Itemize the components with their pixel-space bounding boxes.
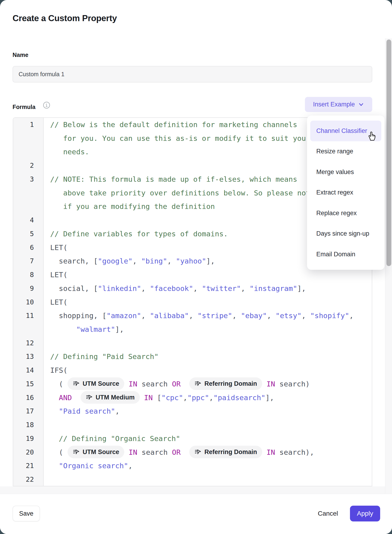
property-chip[interactable]: Referring Domain — [189, 377, 262, 390]
formula-label: Formula — [13, 104, 36, 110]
menu-item-replace-regex[interactable]: Replace regex — [307, 203, 385, 223]
line-number — [13, 145, 43, 159]
event-property-icon — [73, 380, 80, 387]
menu-item-extract-regex[interactable]: Extract regex — [307, 182, 385, 203]
code-line[interactable]: "walmart"], — [50, 322, 372, 336]
name-input[interactable] — [13, 66, 372, 82]
code-line[interactable] — [50, 473, 372, 486]
line-number: 4 — [13, 213, 43, 227]
line-number: 11 — [13, 309, 43, 322]
line-number: 18 — [13, 418, 43, 432]
line-number: 15 — [13, 377, 43, 391]
line-number: 9 — [13, 282, 43, 295]
line-number-gutter: 12345678910111213141516171819202122 — [13, 118, 44, 486]
chevron-down-icon — [358, 102, 364, 108]
code-line[interactable]: // Defining "Organic Search" — [50, 432, 372, 445]
line-number: 13 — [13, 350, 43, 364]
line-number: 17 — [13, 404, 43, 418]
code-line[interactable]: social, ["linkedin", "facebook", "twitte… — [50, 282, 372, 295]
line-number — [13, 200, 43, 213]
property-chip[interactable]: Referring Domain — [189, 446, 262, 458]
property-chip-label: Referring Domain — [204, 377, 257, 391]
code-line[interactable]: ( UTM Source IN search OR Referring Doma… — [50, 445, 372, 459]
line-number: 6 — [13, 241, 43, 255]
code-line[interactable]: "Organic search", — [50, 459, 372, 473]
line-number: 7 — [13, 254, 43, 268]
property-chip-label: UTM Source — [83, 445, 119, 459]
menu-item-days-since-sign-up[interactable]: Days since sign-up — [307, 223, 385, 244]
menu-item-resize-range[interactable]: Resize range — [307, 141, 385, 162]
code-line[interactable]: AND UTM Medium IN ["cpc","ppc","paidsear… — [50, 391, 372, 405]
code-line[interactable]: IFS( — [50, 364, 372, 377]
line-number: 20 — [13, 445, 43, 459]
line-number: 16 — [13, 391, 43, 405]
line-number: 3 — [13, 172, 43, 186]
horizontal-scroll-track — [0, 486, 392, 494]
code-line[interactable]: "Paid search", — [50, 404, 372, 418]
line-number: 12 — [13, 336, 43, 350]
line-number: 1 — [13, 118, 43, 132]
property-chip[interactable]: UTM Medium — [81, 391, 140, 404]
event-property-icon — [194, 449, 201, 455]
property-chip[interactable]: UTM Source — [68, 377, 125, 390]
property-chip-label: Referring Domain — [204, 445, 257, 459]
vertical-scrollbar-thumb[interactable] — [387, 39, 391, 266]
code-line[interactable] — [50, 336, 372, 350]
apply-button[interactable]: Apply — [350, 506, 380, 521]
event-property-icon — [194, 380, 201, 387]
event-property-icon — [86, 394, 93, 401]
code-line[interactable]: LET( — [50, 295, 372, 309]
line-number: 8 — [13, 268, 43, 282]
property-chip-label: UTM Source — [83, 377, 119, 391]
line-number: 2 — [13, 159, 43, 172]
create-custom-property-dialog: Create a Custom Property Name Formula i … — [0, 0, 392, 534]
property-chip-label: UTM Medium — [96, 391, 135, 404]
property-chip[interactable]: UTM Source — [68, 446, 125, 458]
menu-item-channel-classifier[interactable]: Channel Classifier — [310, 121, 381, 141]
name-label: Name — [13, 52, 28, 58]
save-button[interactable]: Save — [13, 506, 40, 521]
code-line[interactable]: LET( — [50, 268, 372, 282]
code-line[interactable]: ( UTM Source IN search OR Referring Doma… — [50, 377, 372, 391]
code-line[interactable]: // Defining "Paid Search" — [50, 350, 372, 364]
insert-example-button[interactable]: Insert Example — [305, 97, 372, 112]
cancel-button[interactable]: Cancel — [313, 506, 343, 521]
line-number: 22 — [13, 473, 43, 486]
info-icon[interactable]: i — [43, 102, 50, 109]
line-number — [13, 186, 43, 200]
code-line[interactable]: shopping, ["amazon", "alibaba", "stripe"… — [50, 309, 372, 322]
insert-example-dropdown-menu: Channel ClassifierResize rangeMerge valu… — [307, 115, 385, 270]
line-number: 14 — [13, 364, 43, 377]
line-number — [13, 132, 43, 145]
line-number: 21 — [13, 459, 43, 473]
page-title: Create a Custom Property — [13, 14, 117, 23]
line-number: 5 — [13, 227, 43, 241]
insert-example-label: Insert Example — [313, 101, 355, 108]
menu-item-merge-values[interactable]: Merge values — [307, 162, 385, 182]
code-line[interactable] — [50, 418, 372, 432]
event-property-icon — [73, 449, 80, 455]
menu-item-email-domain[interactable]: Email Domain — [307, 244, 385, 265]
dialog-footer: Save Cancel Apply — [0, 494, 392, 534]
line-number — [13, 322, 43, 336]
line-number: 19 — [13, 432, 43, 445]
line-number: 10 — [13, 295, 43, 309]
